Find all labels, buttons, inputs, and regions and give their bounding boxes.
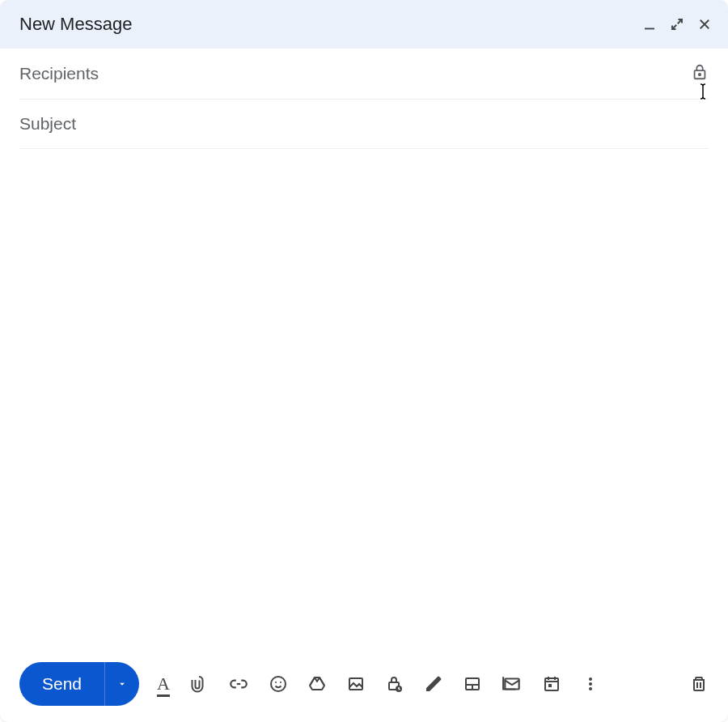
recipients-input[interactable] bbox=[19, 64, 681, 83]
insert-link-icon[interactable] bbox=[228, 673, 249, 694]
text-cursor-icon bbox=[697, 83, 709, 104]
confidential-mode-icon[interactable] bbox=[385, 674, 404, 694]
insert-drive-icon[interactable] bbox=[307, 674, 327, 694]
text-format-icon[interactable]: A bbox=[157, 673, 170, 694]
schedule-icon[interactable] bbox=[542, 674, 561, 694]
svg-point-20 bbox=[589, 687, 592, 690]
toolbar-icons: A bbox=[157, 673, 600, 694]
fields-area bbox=[0, 49, 728, 149]
svg-point-18 bbox=[589, 677, 592, 681]
svg-point-2 bbox=[699, 74, 700, 75]
svg-rect-0 bbox=[645, 28, 654, 30]
mail-settings-icon[interactable] bbox=[502, 673, 523, 694]
send-options-dropdown[interactable] bbox=[105, 662, 139, 706]
subject-input[interactable] bbox=[19, 114, 709, 134]
message-body[interactable] bbox=[0, 149, 728, 651]
layout-icon[interactable] bbox=[463, 674, 482, 694]
expand-icon[interactable] bbox=[670, 17, 684, 32]
attach-file-icon[interactable] bbox=[189, 674, 209, 694]
recipients-row bbox=[19, 49, 709, 100]
svg-point-3 bbox=[271, 677, 286, 691]
compose-header: New Message bbox=[0, 0, 728, 49]
insert-photo-icon[interactable] bbox=[346, 674, 366, 694]
send-button-group: Send bbox=[19, 662, 139, 706]
close-icon[interactable] bbox=[697, 17, 712, 32]
svg-rect-17 bbox=[548, 684, 552, 687]
insert-signature-icon[interactable] bbox=[424, 674, 443, 694]
svg-rect-21 bbox=[694, 680, 704, 690]
send-button[interactable]: Send bbox=[19, 662, 104, 706]
svg-point-4 bbox=[275, 682, 277, 683]
compose-title: New Message bbox=[19, 14, 132, 35]
more-options-icon[interactable] bbox=[581, 674, 600, 694]
lock-icon[interactable] bbox=[691, 63, 709, 84]
compose-window: New Message Send bbox=[0, 0, 728, 722]
subject-row bbox=[19, 100, 709, 149]
insert-emoji-icon[interactable] bbox=[269, 674, 288, 694]
svg-point-5 bbox=[280, 682, 281, 683]
svg-point-19 bbox=[589, 682, 592, 686]
discard-draft-icon[interactable] bbox=[689, 674, 709, 694]
svg-rect-6 bbox=[349, 678, 362, 690]
minimize-icon[interactable] bbox=[642, 17, 657, 32]
compose-toolbar: Send A bbox=[0, 651, 728, 722]
header-controls bbox=[642, 17, 712, 32]
